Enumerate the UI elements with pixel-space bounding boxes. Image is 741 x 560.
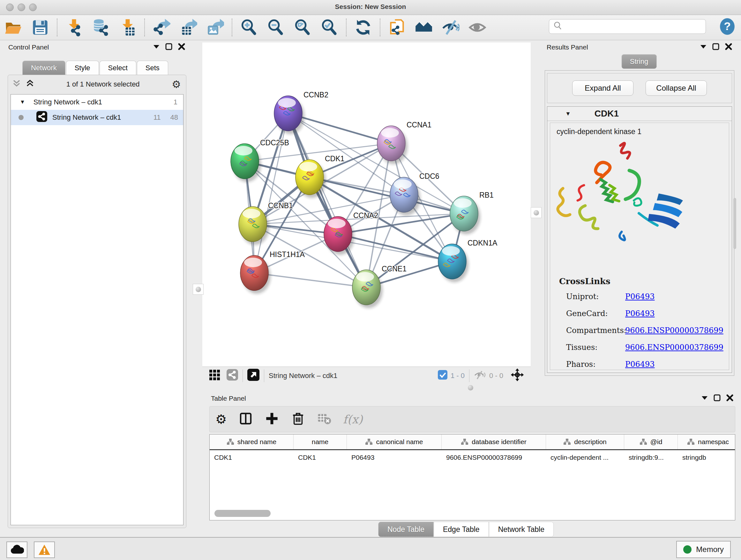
zoom-out-icon[interactable] — [267, 18, 285, 37]
node-CCNE1[interactable]: CCNE1 — [352, 265, 407, 308]
node-CCNA1[interactable]: CCNA1 — [377, 121, 431, 164]
crosslink-link[interactable]: P06493 — [625, 360, 655, 369]
add-column-icon[interactable] — [265, 411, 279, 427]
collapse-all-button[interactable]: Collapse All — [646, 80, 707, 96]
expand-all-button[interactable]: Expand All — [572, 80, 633, 96]
results-panel-menu-icon[interactable] — [700, 44, 706, 50]
tab-network-table[interactable]: Network Table — [489, 522, 554, 537]
zoom-fit-icon[interactable] — [293, 18, 312, 37]
node-CCNA2[interactable]: CCNA2 — [324, 211, 378, 255]
results-panel-close-icon[interactable] — [725, 43, 732, 51]
node-CCNB2[interactable]: CCNB2 — [274, 91, 328, 134]
control-panel-menu-icon[interactable] — [153, 44, 159, 50]
zoom-in-icon[interactable] — [240, 18, 258, 37]
node-HIST1H1A[interactable]: HIST1H1A — [240, 250, 305, 294]
node-CCNB1[interactable]: CCNB1 — [239, 201, 293, 245]
table-panel-menu-icon[interactable] — [701, 395, 708, 401]
node-CDK1[interactable]: CDK1 — [295, 154, 344, 198]
results-scrollbar[interactable] — [733, 198, 736, 249]
network-graph[interactable]: CCNB2 CCNA1 CDC25B CDK1 CDC6 RB1 CCNB1 — [202, 43, 531, 367]
search-box[interactable] — [549, 19, 706, 34]
first-neighbors-icon[interactable] — [415, 18, 433, 37]
node-label-CDC25B: CDC25B — [260, 138, 289, 147]
network-canvas[interactable]: CCNB2 CCNA1 CDC25B CDK1 CDC6 RB1 CCNB1 — [202, 43, 531, 367]
crosslink-link[interactable]: P06493 — [625, 309, 655, 318]
selected-checkbox-icon[interactable] — [438, 370, 448, 381]
open-session-icon[interactable] — [4, 18, 22, 37]
column-header-description[interactable]: description — [546, 435, 624, 449]
edge-CCNB2-HIST1H1A[interactable] — [254, 113, 288, 273]
export-network-icon[interactable] — [152, 18, 171, 37]
tab-string[interactable]: String — [621, 54, 657, 69]
save-session-icon[interactable] — [31, 18, 49, 37]
node-label-CCNB2: CCNB2 — [304, 91, 328, 99]
column-header-database-identifier[interactable]: database identifier — [442, 435, 546, 449]
edge-CCNB2-CCNE1[interactable] — [288, 113, 366, 287]
network-collection-row[interactable]: ▼ String Network – cdk1 1 — [11, 95, 183, 110]
network-share-icon[interactable] — [226, 369, 238, 382]
crosslink-row: Tissues:9606.ENSP00000378699 — [550, 339, 729, 356]
hidden-eye-icon[interactable] — [474, 370, 486, 381]
results-panel-float-icon[interactable] — [712, 43, 719, 51]
edge-HIST1H1A-CCNE1[interactable] — [254, 273, 366, 287]
node-RB1[interactable]: RB1 — [450, 191, 494, 234]
column-header-@id[interactable]: @id — [624, 435, 678, 449]
table-panel-float-icon[interactable] — [714, 394, 721, 402]
network-type-icon — [37, 111, 47, 124]
node-CDKN1A[interactable]: CDKN1A — [438, 239, 497, 282]
gene-collapse-icon[interactable]: ▼ — [565, 111, 571, 117]
network-row[interactable]: String Network – cdk1 11 48 — [11, 110, 183, 125]
tab-network[interactable]: Network — [22, 61, 65, 75]
node-table[interactable]: shared namenamecanonical namedatabase id… — [209, 434, 735, 520]
hide-selected-icon[interactable] — [442, 18, 460, 37]
control-panel-float-icon[interactable] — [165, 43, 172, 51]
gear-icon[interactable]: ⚙ — [215, 412, 227, 427]
column-header-canonical-name[interactable]: canonical name — [347, 435, 442, 449]
search-input[interactable] — [566, 22, 705, 31]
import-network-icon[interactable] — [65, 18, 83, 37]
delete-icon[interactable] — [291, 411, 306, 427]
columns-icon[interactable] — [239, 411, 253, 427]
control-panel-close-icon[interactable] — [178, 43, 185, 51]
memory-button[interactable]: Memory — [676, 541, 731, 558]
string-app-icon[interactable] — [388, 18, 406, 37]
tab-sets[interactable]: Sets — [137, 61, 168, 75]
export-image-icon[interactable] — [206, 18, 224, 37]
tab-edge-table[interactable]: Edge Table — [434, 522, 489, 537]
grid-view-icon[interactable] — [209, 369, 221, 382]
column-header-name[interactable]: name — [293, 435, 347, 449]
expand-all-networks-icon[interactable] — [26, 79, 34, 89]
crosslink-row: Pharos:P06493 — [550, 356, 729, 370]
column-header-label: database identifier — [472, 438, 527, 446]
network-options-gear-icon[interactable]: ⚙ — [172, 78, 181, 90]
export-table-icon[interactable] — [179, 18, 197, 37]
warnings-button[interactable] — [34, 542, 55, 558]
node-CDC6[interactable]: CDC6 — [390, 172, 440, 215]
left-splitter-handle[interactable] — [193, 284, 204, 295]
import-table-icon[interactable] — [119, 18, 137, 37]
table-row[interactable]: CDK1CDK1P064939606.ENSP00000378699cyclin… — [210, 450, 735, 465]
show-all-icon[interactable] — [468, 18, 486, 37]
column-header-namespac[interactable]: namespac — [678, 435, 735, 449]
column-header-shared-name[interactable]: shared name — [210, 435, 293, 449]
crosslink-link[interactable]: 9606.ENSP00000378699 — [625, 343, 724, 352]
tab-node-table[interactable]: Node Table — [378, 522, 434, 537]
node-CDC25B[interactable]: CDC25B — [231, 138, 289, 182]
table-panel-close-icon[interactable] — [726, 394, 733, 402]
crosslink-link[interactable]: P06493 — [625, 292, 655, 301]
table-horizontal-scrollbar[interactable] — [214, 510, 271, 517]
fit-content-icon[interactable] — [510, 368, 524, 384]
collapse-all-networks-icon[interactable] — [12, 79, 21, 89]
tab-select[interactable]: Select — [99, 61, 136, 75]
right-splitter-handle[interactable] — [531, 207, 542, 218]
bottom-splitter-handle[interactable] — [468, 385, 473, 390]
crosslink-link[interactable]: 9606.ENSP00000378699 — [625, 326, 724, 335]
import-database-icon[interactable] — [92, 18, 110, 37]
cloud-button[interactable] — [6, 542, 27, 558]
birdseye-view-icon[interactable] — [247, 369, 259, 383]
refresh-icon[interactable] — [354, 18, 372, 37]
help-button[interactable]: ? — [719, 18, 736, 37]
zoom-selected-icon[interactable] — [320, 18, 338, 37]
collection-expand-icon[interactable]: ▼ — [20, 99, 25, 105]
tab-style[interactable]: Style — [66, 61, 99, 75]
